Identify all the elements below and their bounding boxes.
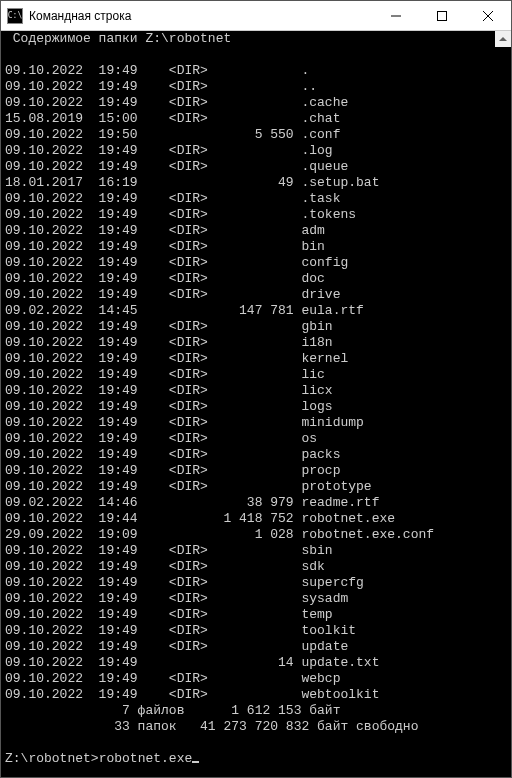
scrollbar[interactable] (495, 31, 511, 47)
prompt-command[interactable]: robotnet.exe (99, 751, 193, 766)
svg-marker-4 (499, 37, 507, 41)
titlebar[interactable]: C:\ Командная строка (1, 1, 511, 31)
scroll-up-icon[interactable] (495, 31, 511, 47)
window: C:\ Командная строка Содержимое папки Z:… (0, 0, 512, 778)
minimize-button[interactable] (373, 1, 419, 30)
close-button[interactable] (465, 1, 511, 30)
app-icon: C:\ (7, 8, 23, 24)
cursor (192, 761, 199, 763)
prompt-line[interactable]: Z:\robotnet>robotnet.exe (5, 751, 199, 766)
prompt-path: Z:\robotnet> (5, 751, 99, 766)
terminal-output[interactable]: Содержимое папки Z:\robotnet 09.10.2022 … (1, 31, 511, 777)
maximize-button[interactable] (419, 1, 465, 30)
window-title: Командная строка (29, 9, 373, 23)
svg-rect-1 (438, 11, 447, 20)
